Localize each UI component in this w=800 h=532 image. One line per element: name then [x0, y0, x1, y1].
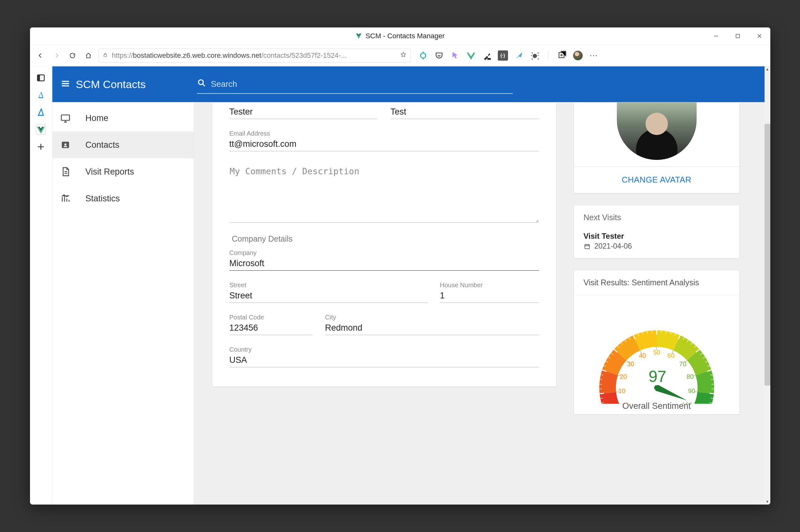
svg-rect-7 — [37, 75, 40, 81]
lastname-field — [391, 105, 539, 119]
rail-azure-icon[interactable] — [36, 90, 46, 100]
sidebar-item-home[interactable]: Home — [52, 105, 194, 132]
url-origin: https://bostaticwebsite.z6.web.core.wind… — [112, 51, 347, 60]
visit-item-date: 2021-04-06 — [584, 242, 730, 250]
maximize-button[interactable] — [727, 27, 749, 45]
scroll-up-arrow[interactable]: ▲ — [765, 66, 770, 72]
scroll-down-arrow[interactable]: ▼ — [765, 499, 770, 505]
nav-back-button[interactable] — [35, 50, 46, 62]
company-input[interactable] — [229, 256, 539, 271]
more-menu-button[interactable]: ⋯ — [589, 51, 599, 61]
svg-line-26 — [599, 393, 604, 394]
svg-point-86 — [654, 385, 659, 390]
sidebar-item-contacts[interactable]: Contacts — [52, 132, 194, 158]
svg-point-4 — [533, 54, 537, 58]
right-column: CHANGE AVATAR Next Visits Visit Tester — [574, 102, 740, 415]
houseno-label: House Number — [440, 282, 539, 289]
rail-new-tab-icon[interactable] — [36, 142, 46, 152]
vertical-scrollbar[interactable]: ▲ ▼ — [765, 66, 770, 505]
profile-avatar-icon[interactable] — [573, 51, 583, 61]
street-label: Street — [229, 282, 427, 289]
close-button[interactable] — [749, 27, 770, 45]
avatar-card: CHANGE AVATAR — [574, 102, 740, 193]
rail-vue-devtools-icon[interactable] — [36, 125, 46, 135]
svg-text:10: 10 — [618, 387, 625, 395]
firstname-field — [229, 105, 378, 119]
country-input[interactable] — [229, 353, 539, 367]
svg-line-51 — [666, 331, 666, 334]
sentiment-card: Visit Results: Sentiment Analysis 010203… — [574, 270, 740, 415]
hamburger-menu-button[interactable] — [60, 78, 71, 90]
visit-item-title[interactable]: Visit Tester — [584, 232, 730, 241]
svg-line-72 — [711, 379, 713, 380]
minimize-button[interactable] — [705, 27, 727, 45]
svg-text:80: 80 — [686, 373, 693, 380]
ext-icon-json[interactable]: {·} — [498, 51, 508, 61]
header-search[interactable] — [197, 75, 513, 94]
next-visits-title: Next Visits — [584, 213, 730, 222]
svg-text:90: 90 — [688, 387, 695, 395]
comments-textarea[interactable] — [229, 162, 539, 223]
address-bar[interactable]: https://bostaticwebsite.z6.web.core.wind… — [98, 49, 411, 62]
app-content: Home Contacts Visit Reports — [52, 102, 770, 505]
sidebar-item-statistics[interactable]: Statistics — [52, 185, 194, 212]
sidebar: Home Contacts Visit Reports — [52, 102, 194, 505]
ext-icon-bug[interactable] — [530, 51, 540, 61]
window-titlebar: SCM - Contacts Manager — [30, 27, 770, 45]
ext-icon-brush[interactable] — [482, 51, 492, 61]
postal-input[interactable] — [229, 321, 312, 335]
svg-line-82 — [709, 393, 714, 394]
company-field: Company — [229, 249, 539, 271]
extensions-row: {·} ⋯ — [418, 51, 599, 61]
svg-line-50 — [661, 330, 662, 333]
rail-azure-outline-icon[interactable] — [36, 107, 46, 117]
svg-rect-9 — [61, 115, 70, 120]
svg-point-2 — [421, 53, 426, 58]
scroll-thumb[interactable] — [765, 124, 770, 385]
city-label: City — [325, 314, 539, 321]
app-frame: SCM Contacts Home — [30, 66, 770, 505]
svg-rect-12 — [585, 245, 589, 249]
avatar-image — [574, 102, 739, 166]
sidebar-item-visitreports[interactable]: Visit Reports — [52, 158, 194, 185]
ext-icon-vue[interactable] — [466, 51, 476, 61]
ext-icon-cursor[interactable] — [450, 51, 460, 61]
nav-forward-button[interactable] — [51, 50, 62, 62]
search-input[interactable] — [211, 79, 513, 89]
svg-rect-1 — [104, 55, 107, 56]
collections-icon[interactable] — [557, 51, 567, 61]
change-avatar-button[interactable]: CHANGE AVATAR — [622, 175, 691, 185]
sidebar-item-label: Contacts — [85, 140, 120, 150]
country-field: Country — [229, 346, 539, 367]
ext-icon-pocket[interactable] — [434, 51, 444, 61]
rail-panel-icon[interactable] — [36, 73, 46, 83]
email-input[interactable] — [229, 137, 539, 151]
next-visits-card: Next Visits Visit Tester 2021-04-06 — [574, 205, 740, 259]
calendar-icon — [584, 243, 591, 250]
street-input[interactable] — [229, 289, 427, 303]
svg-text:60: 60 — [667, 352, 674, 359]
svg-point-8 — [198, 80, 203, 84]
refresh-button[interactable] — [66, 50, 78, 62]
firstname-input[interactable] — [229, 105, 378, 119]
houseno-input[interactable] — [440, 289, 539, 303]
ext-icon-feather[interactable] — [514, 51, 524, 61]
svg-line-23 — [599, 384, 602, 384]
ext-icon-click[interactable] — [418, 51, 428, 61]
city-input[interactable] — [325, 321, 539, 335]
gauge-value: 97 — [648, 367, 666, 386]
contact-card-icon — [60, 139, 71, 150]
svg-line-73 — [711, 384, 714, 384]
home-button[interactable] — [82, 50, 94, 62]
favorite-icon[interactable] — [400, 51, 407, 60]
sentiment-gauge: 0102030405060708090100 97 — [590, 315, 724, 404]
lock-icon — [102, 51, 108, 60]
email-field: Email Address — [229, 130, 539, 151]
lastname-input[interactable] — [391, 105, 539, 119]
stats-icon — [60, 193, 71, 204]
contact-details-card: Email Address Company Details Company — [212, 102, 556, 387]
browser-window: SCM - Contacts Manager — [30, 27, 770, 505]
svg-text:50: 50 — [653, 349, 660, 356]
street-field: Street — [229, 282, 427, 303]
svg-line-46 — [652, 330, 652, 333]
